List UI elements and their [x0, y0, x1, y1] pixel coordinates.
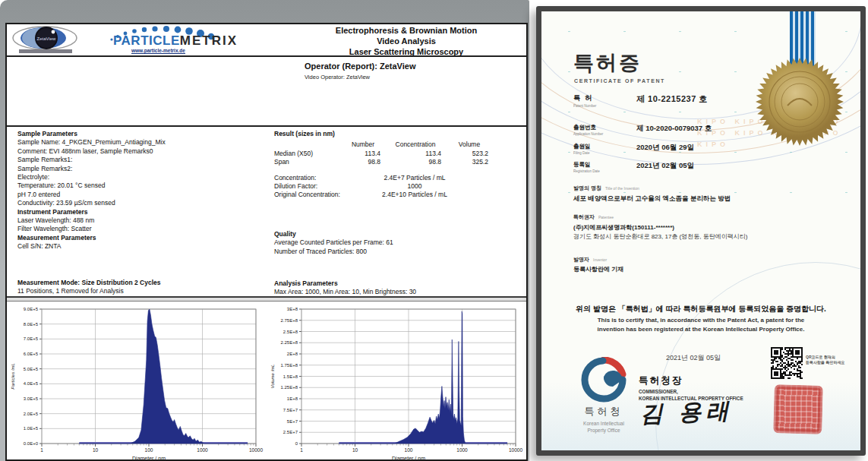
- svg-text:10000: 10000: [509, 447, 522, 453]
- operator-line: Operator (Report): ZetaView: [305, 62, 416, 71]
- analysis-parameters-heading: Analysis Parameters: [274, 279, 523, 288]
- svg-text:Diameter / nm: Diameter / nm: [132, 456, 166, 461]
- volume-distribution-chart: 02.5E+75E+77.5E+71E+81.25E+81.5E+81.75E+…: [268, 303, 525, 461]
- patentee-label: 특허권자Patentee: [573, 213, 614, 221]
- svg-text:1.0E+5: 1.0E+5: [24, 426, 39, 431]
- svg-text:100: 100: [405, 447, 413, 453]
- parameter-line: Cell S/N: ZNTA: [17, 242, 268, 251]
- svg-text:100: 100: [145, 447, 153, 453]
- extra-label: Original Concentration:: [274, 191, 358, 199]
- analysis-parameters-lines: Max Area: 1000, Min Area: 10, Min Bright…: [274, 288, 523, 296]
- quality-line: Average Counted Particles per Frame: 61: [274, 238, 523, 247]
- result-number-value: 98.8: [341, 158, 385, 166]
- svg-text:1.25E+8: 1.25E+8: [280, 385, 298, 390]
- inventor-label: 발명자Inventor: [573, 256, 607, 264]
- svg-text:7.5E+7: 7.5E+7: [283, 408, 298, 412]
- result-extra-rows: Concentration: 2.4E+7 Particles / mL Dil…: [274, 174, 523, 200]
- kipo-logo-icon: [581, 357, 627, 403]
- certificate-document: KIPO KIPO KIPO KIPO KIPO KIPO KIPO KIPO …: [541, 11, 860, 450]
- parameter-line: Filter Wavelength: Scatter: [17, 225, 268, 233]
- title-line-1: Electrophoresis & Brownian Motion: [292, 26, 520, 36]
- result-row-label: Span: [274, 158, 341, 166]
- application-number-label: 출원번호 Application Number: [573, 124, 633, 136]
- certificate-date: 2021년 02월 05일: [640, 353, 746, 363]
- svg-text:4.0E+5: 4.0E+5: [24, 381, 39, 386]
- quality-block: Quality Average Counted Particles per Fr…: [274, 230, 523, 256]
- quality-heading: Quality: [274, 230, 523, 238]
- parameter-line: pH 7.0 entered: [17, 191, 268, 199]
- svg-text:5E+7: 5E+7: [287, 419, 298, 424]
- result-number-value: 113.4: [341, 150, 385, 158]
- svg-text:1000: 1000: [456, 447, 468, 453]
- svg-text:2E+8: 2E+8: [287, 352, 298, 356]
- measurement-parameters-lines: Cell S/N: ZNTA: [17, 242, 268, 251]
- svg-text:10000: 10000: [249, 447, 263, 453]
- svg-text:6.0E+5: 6.0E+5: [24, 352, 39, 356]
- patentee-address: 경기도 화성시 동탄순환대로 823, 17층 (영천동, 동탄에이팩시티): [573, 232, 747, 241]
- filing-date-label: 출원일 Filing Date: [573, 143, 633, 155]
- gold-seal-icon: [753, 55, 846, 148]
- parameters-column: Sample Parameters Sample Name: 4_PKGEN_P…: [17, 130, 268, 296]
- invention-title-label: 발명의 명칭Title of the Invention: [573, 185, 639, 192]
- extra-label: Dilution Factor:: [274, 182, 358, 191]
- svg-text:3E+8: 3E+8: [287, 307, 298, 311]
- particle-metrix-logo: PARTICLEMETRIX www.particle-metrix.de: [86, 24, 291, 55]
- result-table-header: Number Concentration Volume: [274, 141, 523, 149]
- results-column: Result (sizes in nm) Number Concentratio…: [274, 130, 523, 297]
- svg-text:7.0E+5: 7.0E+5: [24, 336, 39, 341]
- col-concentration: Concentration: [385, 141, 446, 149]
- svg-text:2.0E+5: 2.0E+5: [24, 412, 39, 416]
- patentee-name: (주)지에프씨생명과학(150111-*******): [573, 223, 674, 232]
- extra-value: 2.4E+7 Particles / mL: [358, 174, 472, 182]
- commissioner-signature: 김 용래: [639, 396, 734, 430]
- result-extra-row: Concentration: 2.4E+7 Particles / mL: [274, 174, 523, 182]
- certificate-frame: KIPO KIPO KIPO KIPO KIPO KIPO KIPO KIPO …: [536, 6, 866, 456]
- svg-text:0.0E+0: 0.0E+0: [24, 441, 39, 446]
- result-heading: Result (sizes in nm): [274, 130, 523, 138]
- particle-metrix-url: www.particle-metrix.de: [131, 48, 185, 54]
- application-number-value: 제 10-2020-0079037 호: [636, 124, 712, 134]
- svg-text:9.0E+5: 9.0E+5: [24, 307, 39, 311]
- svg-text:1: 1: [300, 447, 303, 453]
- patent-number-value: 제 10-2215237 호: [636, 93, 708, 105]
- qr-caption: QR코드로 현재의 등록사항을 확인하세요: [806, 355, 844, 365]
- parameter-line: Comment: EVI 488nm laser, Sample Remarks…: [17, 147, 268, 156]
- measurement-mode-line: 11 Positions, 1 Removed for Analysis: [17, 287, 268, 295]
- instrument-parameters-lines: Laser Wavelength: 488 nmFilter Wavelengt…: [17, 216, 268, 234]
- instrument-parameters-heading: Instrument Parameters: [17, 208, 268, 216]
- svg-text:2.5E+7: 2.5E+7: [283, 430, 298, 434]
- parameter-line: Sample Remarks1:: [17, 156, 268, 164]
- svg-text:2.75E+8: 2.75E+8: [280, 318, 298, 323]
- parameter-line: Temperature: 20.01 °C sensed: [17, 182, 268, 190]
- official-red-seal-icon: [773, 384, 823, 434]
- inventor-value: 등록사항란에 기재: [573, 265, 623, 273]
- number-distribution-chart: 0.0E+01.0E+52.0E+53.0E+54.0E+55.0E+56.0E…: [8, 303, 265, 461]
- qr-code-icon: [771, 347, 803, 382]
- result-table-rows: Median (X50) 113.4 113.4 523.2 Span 98.8…: [274, 150, 523, 167]
- svg-text:1.75E+8: 1.75E+8: [280, 363, 298, 368]
- parameter-line: Conductivity: 23.59 µS/cm sensed: [17, 199, 268, 207]
- registration-date-value: 2021년 02월 05일: [636, 161, 694, 171]
- report-header: ZetaView PARTICLEMETRIX www.particle-met…: [7, 24, 526, 57]
- svg-text:8.0E+5: 8.0E+5: [24, 322, 39, 327]
- parameter-line: Sample Remarks2:: [17, 165, 268, 173]
- certificate-subtitle: CERTIFICATE OF PATENT: [574, 78, 665, 84]
- col-volume: Volume: [446, 141, 493, 149]
- quality-line: Number of Traced Particles: 800: [274, 248, 523, 256]
- parameter-line: Sample Name: 4_PKGEN_Premium_Antiaging_M…: [17, 138, 268, 147]
- kipo-name-ko: 특허청: [566, 405, 642, 418]
- certification-statement-en: This is to certify that, in accordance w…: [560, 316, 842, 334]
- analysis-parameters-block: Analysis Parameters Max Area: 1000, Min …: [274, 279, 523, 297]
- svg-text:1.5E+8: 1.5E+8: [283, 374, 298, 379]
- video-operator-line: Video Operator: ZetaView: [305, 74, 370, 81]
- registration-date-label: 등록일 Registration Date: [573, 161, 633, 173]
- title-line-3: Laser Scattering Microscopy: [292, 47, 520, 58]
- result-row: Median (X50) 113.4 113.4 523.2: [274, 150, 523, 158]
- svg-text:5.0E+5: 5.0E+5: [24, 367, 39, 371]
- extra-value: 1000: [358, 182, 472, 191]
- svg-text:10: 10: [93, 447, 99, 453]
- extra-value: 2.4E+10 Particles / mL: [358, 191, 472, 199]
- result-extra-row: Original Concentration: 2.4E+10 Particle…: [274, 191, 523, 199]
- charts-row: 0.0E+01.0E+52.0E+53.0E+54.0E+55.0E+56.0E…: [7, 302, 526, 461]
- result-concentration-value: 113.4: [385, 150, 446, 158]
